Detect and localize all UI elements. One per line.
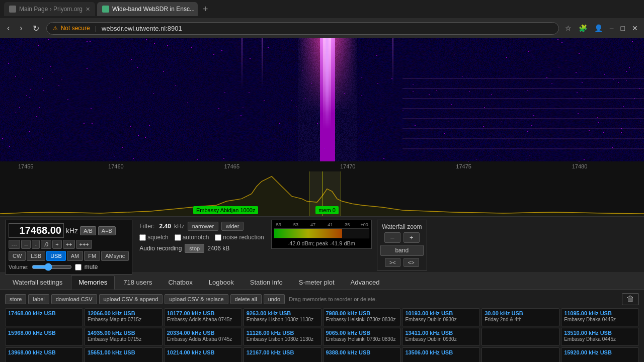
- ab-eq-button[interactable]: A=B: [98, 226, 116, 235]
- tab-sdr[interactable]: Wide-band WebSDR in Ensc... 🔊 ✕: [97, 2, 198, 16]
- memory-cell[interactable]: 15651.00 kHz USB: [85, 347, 163, 362]
- spectrum-view[interactable]: Embassy Abidjan 1000z mem 0: [0, 171, 644, 217]
- mute-label: mute: [85, 263, 98, 270]
- memory-cell[interactable]: 14935.00 kHz USBEmbassy Maputo 0715z: [85, 328, 163, 346]
- mem-label: Embassy Dhaka 0445z: [564, 336, 636, 342]
- volume-row: Volume: mute: [9, 263, 129, 271]
- squelch-checkbox[interactable]: squelch: [139, 234, 168, 241]
- tab-priyom-close[interactable]: ✕: [86, 6, 90, 13]
- stop-button[interactable]: stop: [185, 244, 204, 253]
- step-dot[interactable]: .0: [41, 240, 51, 249]
- memory-cell[interactable]: 11095.00 kHz USBEmbassy Dhaka 0445z: [561, 308, 639, 326]
- minimize-button[interactable]: –: [608, 22, 616, 34]
- mode-amsync[interactable]: AMsync: [101, 251, 129, 261]
- ab-button[interactable]: A/B: [80, 226, 96, 235]
- waterfall-band-button[interactable]: band: [380, 245, 424, 256]
- bookmark-mem-label: mem 0: [318, 207, 336, 213]
- volume-slider[interactable]: [32, 263, 72, 271]
- memory-cell[interactable]: 9263.00 kHz USBEmbassy Lisbon 1030z 1130…: [244, 308, 321, 326]
- memory-cell[interactable]: 13968.00 kHz USB: [5, 347, 83, 362]
- tab-chatbox[interactable]: Chatbox: [160, 275, 200, 290]
- memory-cell[interactable]: 20334.00 kHz USBEmbassy Addis Ababa 0745…: [164, 328, 242, 346]
- trash-button[interactable]: 🗑: [622, 293, 639, 305]
- squelch-input[interactable]: [139, 234, 146, 241]
- memory-cell[interactable]: 12066.00 kHz USBEmbassy Maputo 0715z: [85, 308, 163, 326]
- frequency-input[interactable]: 17468.00: [9, 223, 64, 238]
- bookmark-mem0[interactable]: mem 0: [315, 206, 339, 214]
- memory-cell[interactable]: 11126.00 kHz USBEmbassy Lisbon 1030z 113…: [244, 328, 321, 346]
- profile-button[interactable]: 👤: [592, 22, 605, 34]
- memory-cell[interactable]: 9065.00 kHz USBEmbassy Helsinki 0730z 08…: [323, 328, 401, 346]
- memory-cell[interactable]: 9388.00 kHz USB: [323, 347, 401, 362]
- noise-reduction-checkbox[interactable]: noise reduction: [215, 234, 264, 241]
- memory-cell[interactable]: 13506.00 kHz USB: [402, 347, 480, 362]
- step-plus2[interactable]: ++: [63, 240, 75, 249]
- memory-cell[interactable]: 17468.00 kHz USB: [5, 308, 83, 326]
- waterfall-zoom-plus[interactable]: +: [404, 232, 420, 243]
- extensions-button[interactable]: 🧩: [577, 22, 589, 34]
- waterfall-zoom-right[interactable]: <>: [404, 258, 419, 267]
- step-plus1[interactable]: +: [52, 240, 61, 249]
- priyom-favicon: [9, 6, 16, 13]
- undo-button[interactable]: undo: [264, 294, 285, 304]
- tab-bar: Main Page › Priyom.org ✕ Wide-band WebSD…: [0, 0, 644, 18]
- upload-csv-replace-button[interactable]: upload CSV & replace: [165, 294, 228, 304]
- mode-am[interactable]: AM: [67, 251, 84, 261]
- waterfall-zoom-minus[interactable]: –: [384, 232, 400, 243]
- wider-button[interactable]: wider: [221, 222, 244, 231]
- noise-reduction-input[interactable]: [215, 234, 221, 241]
- bookmark-button[interactable]: ☆: [563, 22, 574, 34]
- step-minus1[interactable]: -: [32, 240, 40, 249]
- memory-cell[interactable]: 13411.00 kHz USBEmbassy Dublin 0930z: [402, 328, 480, 346]
- mem-freq: 9065.00 kHz USB: [326, 330, 398, 336]
- maximize-button[interactable]: □: [619, 22, 627, 34]
- mem-freq: 30.00 kHz USB: [485, 310, 556, 316]
- tab-waterfall-settings[interactable]: Waterfall settings: [5, 275, 70, 290]
- mem-label: Embassy Addis Ababa 0745z: [167, 316, 239, 323]
- forward-button[interactable]: ›: [17, 22, 25, 35]
- tab-users[interactable]: 718 users: [116, 275, 159, 290]
- mode-usb[interactable]: USB: [46, 251, 66, 261]
- memory-cell[interactable]: 13510.00 kHz USBEmbassy Dhaka 0445z: [561, 328, 639, 346]
- memory-cell[interactable]: 15920.00 kHz USB: [561, 347, 639, 362]
- upload-csv-append-button[interactable]: upload CSV & append: [99, 294, 163, 304]
- refresh-button[interactable]: ↻: [30, 22, 42, 35]
- memory-cell[interactable]: 12167.00 kHz USB: [244, 347, 321, 362]
- mode-lsb[interactable]: LSB: [27, 251, 45, 261]
- autonotch-input[interactable]: [175, 234, 181, 241]
- step-minus3[interactable]: ---: [9, 240, 20, 249]
- label-button[interactable]: label: [28, 294, 49, 304]
- narrower-button[interactable]: narrower: [188, 222, 218, 231]
- tab-priyom[interactable]: Main Page › Priyom.org ✕: [4, 2, 95, 16]
- delete-all-button[interactable]: delete all: [230, 294, 262, 304]
- download-csv-button[interactable]: download CSV: [51, 294, 97, 304]
- memory-cell[interactable]: [481, 328, 559, 346]
- step-plus3[interactable]: +++: [76, 240, 92, 249]
- memory-cell[interactable]: 7988.00 kHz USBEmbassy Helsinki 0730z 08…: [323, 308, 401, 326]
- back-button[interactable]: ‹: [4, 22, 13, 35]
- tab-advanced[interactable]: Advanced: [343, 275, 387, 290]
- tab-smeter-plot[interactable]: S-meter plot: [291, 275, 342, 290]
- step-minus2[interactable]: --: [21, 240, 31, 249]
- mode-cw[interactable]: CW: [9, 251, 26, 261]
- memory-cell[interactable]: 15968.00 kHz USB: [5, 328, 83, 346]
- autonotch-checkbox[interactable]: autonotch: [175, 234, 209, 241]
- address-bar[interactable]: ⚠ Not secure | websdr.ewi.utwente.nl:890…: [46, 22, 559, 35]
- bookmark-embassy-abidjan[interactable]: Embassy Abidjan 1000z: [193, 206, 258, 214]
- memory-cell[interactable]: [481, 347, 559, 362]
- tab-station-info[interactable]: Station info: [243, 275, 290, 290]
- waterfall-zoom-left[interactable]: ><: [385, 258, 400, 267]
- recording-size: 2406 kB: [207, 245, 229, 252]
- memory-cell[interactable]: 10193.00 kHz USBEmbassy Dublin 0930z: [402, 308, 480, 326]
- mode-fm[interactable]: FM: [84, 251, 100, 261]
- waterfall-display[interactable]: [0, 38, 644, 161]
- tab-memories[interactable]: Memories: [71, 275, 115, 290]
- tab-logbook[interactable]: Logbook: [201, 275, 242, 290]
- store-button[interactable]: store: [5, 294, 26, 304]
- memory-cell[interactable]: 30.00 kHz USBFriday 2nd & 4th: [481, 308, 559, 326]
- mute-checkbox[interactable]: [75, 264, 82, 270]
- close-button[interactable]: ✕: [630, 22, 640, 34]
- memory-cell[interactable]: 10214.00 kHz USB: [164, 347, 242, 362]
- new-tab-button[interactable]: +: [200, 4, 211, 15]
- memory-cell[interactable]: 18177.00 kHz USBEmbassy Addis Ababa 0745…: [164, 308, 242, 326]
